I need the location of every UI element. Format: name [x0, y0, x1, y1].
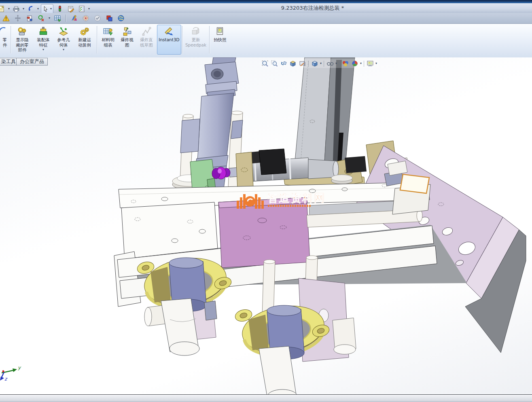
take-snapshot-icon: [215, 26, 225, 37]
radial-explode-icon[interactable]: [81, 14, 90, 22]
view-toolbar-separator: [308, 61, 309, 67]
ribbon-divider: [209, 26, 210, 53]
zoom-to-area-icon[interactable]: [270, 59, 278, 68]
ribbon-button-assembly-features[interactable]: 装配体特征 ▾: [33, 25, 54, 55]
ribbon-button-take-snapshot[interactable]: 拍快照: [210, 25, 230, 55]
toolbar-separator: [66, 15, 66, 22]
ribbon-button-exploded-view[interactable]: 爆炸视图: [118, 25, 136, 55]
assembly-features-icon: [38, 26, 49, 37]
status-bar: [0, 394, 532, 402]
insert-component-clipped-icon: [0, 26, 10, 37]
show-hidden-components-icon: [17, 26, 28, 37]
view-toolbar-separator: [339, 61, 339, 67]
ribbon-button-update-speedpak[interactable]: 更新Speedpak: [183, 25, 208, 55]
part-white-cylinder-right[interactable]: [333, 318, 356, 354]
view-toolbar-separator: [364, 61, 364, 67]
graphics-viewport[interactable]: 智造资料网 y z: [0, 57, 532, 394]
part-gold-clamp-1[interactable]: [136, 253, 233, 355]
dropdown-caret[interactable]: ▾: [375, 62, 377, 65]
ribbon-divider: [182, 26, 182, 53]
dropdown-caret[interactable]: ▾: [360, 62, 362, 65]
dropdown-caret[interactable]: ▾: [63, 48, 64, 51]
reference-geometry-icon: [58, 26, 69, 37]
zoom-to-fit-icon[interactable]: [261, 59, 269, 68]
toolbar-row: ▾: [0, 13, 532, 24]
cad-model[interactable]: 智造资料网 y z: [0, 57, 532, 394]
ribbon-button-explode-line-sketch[interactable]: 爆炸直线草图: [136, 25, 157, 55]
exploded-view-icon: [122, 26, 132, 37]
hide-show-items-icon[interactable]: [341, 59, 350, 68]
ribbon-button-instant3d[interactable]: Instant3D: [157, 25, 181, 55]
triad-z-label: z: [4, 376, 8, 382]
bill-of-materials-icon: [103, 26, 113, 37]
check-circle-icon[interactable]: [93, 14, 102, 22]
command-manager: 零件 显示隐藏的零部件 装配体特征 ▾ 参考几何体: [0, 24, 532, 58]
color-swatch-icon[interactable]: [105, 14, 114, 22]
part-tan-bracket[interactable]: [236, 152, 253, 188]
dropdown-caret[interactable]: ▾: [335, 62, 337, 65]
ribbon-button-bill-of-materials[interactable]: 材料明细表: [98, 25, 118, 55]
apply-scene-icon[interactable]: [366, 59, 374, 68]
section-view-icon[interactable]: [289, 59, 297, 68]
ribbon-button-insert-component[interactable]: 零件: [0, 25, 10, 55]
warning-triangle-icon[interactable]: [2, 14, 11, 22]
globe-icon[interactable]: [117, 14, 125, 22]
view-heads-up-toolbar: ▾ ▾ ▾ ▾: [259, 59, 379, 68]
render-preview-icon[interactable]: [70, 14, 78, 22]
ribbon-divider: [11, 26, 11, 53]
solidworks-window: ▾ ▾ ▾ ▾ ▾ 9.23203右注油检测总装 *: [0, 0, 532, 402]
triad-y-label: y: [18, 365, 21, 370]
watermark-text: 智造资料网: [267, 192, 326, 204]
insert-component-icon[interactable]: [25, 14, 34, 22]
new-motion-study-icon: [79, 26, 90, 37]
ribbon-button-show-hidden-components[interactable]: 显示隐藏的零部件: [12, 25, 33, 55]
orientation-triad: y z: [0, 365, 21, 382]
previous-view-icon[interactable]: [280, 59, 288, 68]
update-speedpak-icon: [191, 26, 201, 37]
dropdown-caret[interactable]: ▾: [320, 62, 322, 65]
display-style-icon[interactable]: [326, 59, 334, 68]
explode-line-sketch-icon: [141, 26, 152, 37]
tab-office-products[interactable]: 办公室产品: [16, 58, 48, 66]
title-bar: ▾ ▾ ▾ ▾ ▾ 9.23203右注油检测总装 *: [0, 0, 532, 13]
ribbon-button-reference-geometry[interactable]: 参考几何体 ▾: [54, 25, 73, 55]
3d-drawing-view-icon[interactable]: [298, 59, 306, 68]
mate-icon[interactable]: [37, 14, 46, 22]
float-component-icon[interactable]: [13, 14, 22, 22]
ribbon-divider: [97, 26, 97, 53]
dropdown-caret[interactable]: ▾: [49, 17, 50, 20]
bom-table-icon[interactable]: [53, 14, 62, 22]
instant3d-icon: [164, 26, 174, 37]
view-orientation-icon[interactable]: [311, 59, 319, 68]
dropdown-caret[interactable]: ▾: [42, 48, 44, 51]
ribbon-button-new-motion-study[interactable]: 新建运动算例: [73, 25, 96, 55]
part-purple-block[interactable]: [218, 197, 310, 268]
part-linear-rail[interactable]: [294, 57, 355, 175]
edit-appearance-icon[interactable]: [351, 59, 359, 68]
view-toolbar-separator: [324, 61, 324, 67]
window-title: 9.23203右注油检测总装 *: [0, 4, 532, 12]
